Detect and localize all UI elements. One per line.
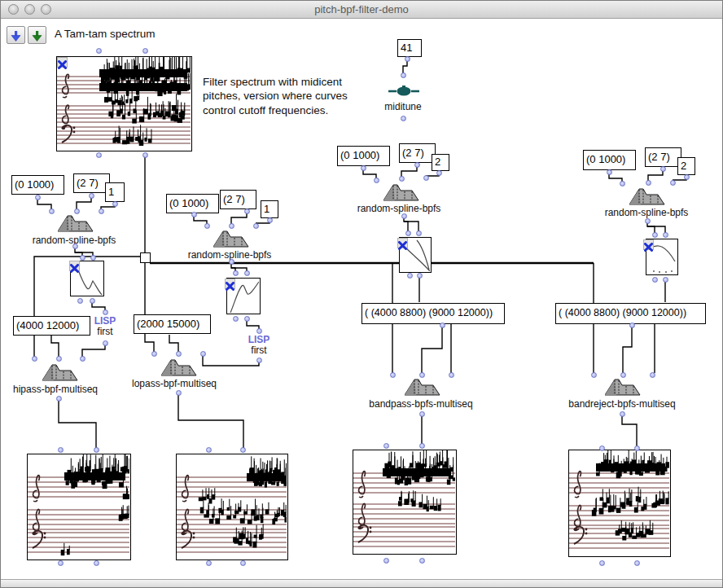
result4-outlet-1[interactable] bbox=[599, 560, 605, 566]
bpf-left-inlet-1[interactable] bbox=[80, 255, 85, 261]
result1-inlet-2[interactable] bbox=[94, 447, 99, 453]
bpf-right-inlet-2[interactable] bbox=[663, 232, 668, 238]
bpf-center-outlet-2[interactable] bbox=[417, 273, 423, 279]
source-outlet-1[interactable] bbox=[96, 152, 102, 158]
result3-inlet-1[interactable] bbox=[383, 443, 389, 449]
bpf-center-inlet-1[interactable] bbox=[405, 230, 411, 236]
patch-icon-lopass[interactable] bbox=[161, 358, 197, 376]
right-range-outlet[interactable] bbox=[607, 169, 612, 175]
value-box-mid-range[interactable]: (0 1000) bbox=[166, 194, 219, 213]
source-outlet-2[interactable] bbox=[142, 152, 148, 158]
spline-center-inlet-3[interactable] bbox=[423, 175, 429, 181]
lopass-inlet-3[interactable] bbox=[200, 351, 206, 357]
patch-icon-random-spline-mid[interactable] bbox=[213, 230, 249, 248]
left-range-outlet[interactable] bbox=[35, 195, 41, 200]
spline-center-inlet-2[interactable] bbox=[399, 176, 405, 182]
patch-icon-bandreject[interactable] bbox=[605, 378, 641, 396]
score-box-source[interactable] bbox=[56, 56, 192, 151]
eval-button[interactable] bbox=[28, 26, 46, 44]
patch-icon-random-spline-right[interactable] bbox=[629, 187, 665, 205]
value-box-right-count[interactable]: 2 bbox=[677, 157, 695, 175]
center-pair-outlet[interactable] bbox=[414, 162, 420, 168]
center-range-outlet[interactable] bbox=[361, 165, 366, 171]
value-box-center-pair[interactable]: (2 7) bbox=[399, 143, 436, 163]
value-box-left-count[interactable]: 1 bbox=[105, 182, 125, 202]
patch-icon-random-spline-left[interactable] bbox=[58, 214, 94, 232]
value-box-left-range[interactable]: (0 1000) bbox=[11, 175, 64, 195]
result4-outlet-2[interactable] bbox=[634, 560, 640, 566]
bandreject-outlet[interactable] bbox=[620, 411, 625, 417]
result3-inlet-2[interactable] bbox=[419, 443, 425, 449]
patch-icon-bandpass[interactable] bbox=[405, 378, 440, 396]
bandreject-args-outlet[interactable] bbox=[629, 323, 635, 328]
bpf-mid-inlet-1[interactable] bbox=[233, 270, 239, 276]
result2-outlet-1[interactable] bbox=[206, 560, 212, 566]
lisp-mid-outlet[interactable] bbox=[256, 358, 262, 363]
score-box-bandpass-result[interactable] bbox=[353, 450, 457, 555]
bandpass-inlet-3[interactable] bbox=[449, 372, 454, 378]
value-box-bandreject-args[interactable]: ( (4000 8800) (9000 12000)) bbox=[555, 303, 706, 324]
lopass-outlet[interactable] bbox=[176, 390, 182, 396]
value-box-hipass-args[interactable]: (4000 12000) bbox=[13, 316, 90, 336]
bpf-right-outlet-2[interactable] bbox=[663, 277, 668, 283]
hipass-inlet-3[interactable] bbox=[80, 356, 85, 362]
result2-inlet-2[interactable] bbox=[240, 447, 246, 453]
bpf-mid-outlet-2[interactable] bbox=[244, 316, 250, 322]
value-box-mid-pair[interactable]: (2 7) bbox=[220, 190, 256, 209]
blue-x-icon[interactable] bbox=[57, 57, 68, 68]
spline-left-inlet-2[interactable] bbox=[74, 208, 80, 214]
score-box-bandreject-result[interactable] bbox=[568, 450, 671, 557]
result2-outlet-2[interactable] bbox=[240, 560, 246, 566]
miditune-inlet[interactable] bbox=[401, 72, 406, 78]
score-box-hipass-result[interactable] bbox=[27, 454, 131, 560]
result1-inlet-1[interactable] bbox=[58, 447, 64, 453]
result4-inlet-2[interactable] bbox=[634, 445, 640, 451]
lopass-inlet-2[interactable] bbox=[176, 351, 182, 357]
miditune-outlet[interactable] bbox=[401, 116, 406, 121]
bpf-left-outlet-2[interactable] bbox=[90, 298, 95, 304]
spline-mid-inlet-1[interactable] bbox=[204, 223, 210, 229]
lisp-left-inlet[interactable] bbox=[103, 309, 108, 315]
bpf-center-outlet-1[interactable] bbox=[407, 273, 413, 279]
patch-icon-hipass[interactable] bbox=[42, 363, 78, 381]
spline-right-inlet-3[interactable] bbox=[670, 180, 676, 186]
patch-icon-random-spline-center[interactable] bbox=[383, 183, 419, 201]
bpf-left-inlet-2[interactable] bbox=[90, 255, 96, 261]
result2-inlet-1[interactable] bbox=[206, 447, 212, 453]
import-button[interactable] bbox=[7, 26, 25, 44]
hipass-inlet-1[interactable] bbox=[32, 356, 37, 362]
bandpass-outlet[interactable] bbox=[419, 411, 425, 417]
lopass-inlet-1[interactable] bbox=[151, 351, 157, 357]
mid-range-outlet[interactable] bbox=[191, 212, 197, 217]
source-inlet-1[interactable] bbox=[96, 48, 102, 54]
miditune-input-outlet[interactable] bbox=[405, 56, 410, 62]
blue-x-icon[interactable] bbox=[397, 238, 408, 248]
bpf-center-inlet-2[interactable] bbox=[416, 230, 422, 236]
score-box-lopass-result[interactable] bbox=[176, 454, 288, 560]
lisp-left-outlet[interactable] bbox=[103, 340, 108, 346]
spline-mid-inlet-2[interactable] bbox=[229, 223, 234, 229]
bottom-scrollbar[interactable] bbox=[1, 579, 723, 588]
value-box-right-pair[interactable]: (2 7) bbox=[645, 147, 681, 167]
spline-mid-outlet[interactable] bbox=[229, 259, 234, 265]
result3-outlet-2[interactable] bbox=[419, 558, 425, 564]
result4-inlet-1[interactable] bbox=[599, 445, 605, 451]
lisp-mid-inlet[interactable] bbox=[256, 328, 262, 334]
bpf-mid-inlet-2[interactable] bbox=[244, 270, 250, 276]
spline-right-inlet-1[interactable] bbox=[620, 181, 625, 186]
right-pair-outlet[interactable] bbox=[660, 166, 666, 172]
value-box-center-range[interactable]: (0 1000) bbox=[337, 146, 390, 166]
value-box-mid-count[interactable]: 1 bbox=[261, 200, 278, 218]
bpf-mid-outlet-1[interactable] bbox=[233, 316, 239, 322]
mid-pair-outlet[interactable] bbox=[244, 208, 250, 214]
blue-x-icon[interactable] bbox=[643, 239, 654, 250]
spline-mid-inlet-3[interactable] bbox=[253, 223, 259, 229]
result3-outlet-1[interactable] bbox=[383, 558, 389, 564]
value-box-right-range[interactable]: (0 1000) bbox=[583, 150, 636, 170]
spline-center-inlet-1[interactable] bbox=[374, 178, 379, 183]
hipass-outlet[interactable] bbox=[56, 396, 62, 402]
right-count-outlet[interactable] bbox=[684, 174, 690, 180]
bandreject-inlet-1[interactable] bbox=[591, 372, 597, 378]
miditune-icon[interactable] bbox=[388, 85, 419, 98]
value-box-bandpass-args[interactable]: ( (4000 8800) (9000 12000)) bbox=[362, 303, 505, 324]
